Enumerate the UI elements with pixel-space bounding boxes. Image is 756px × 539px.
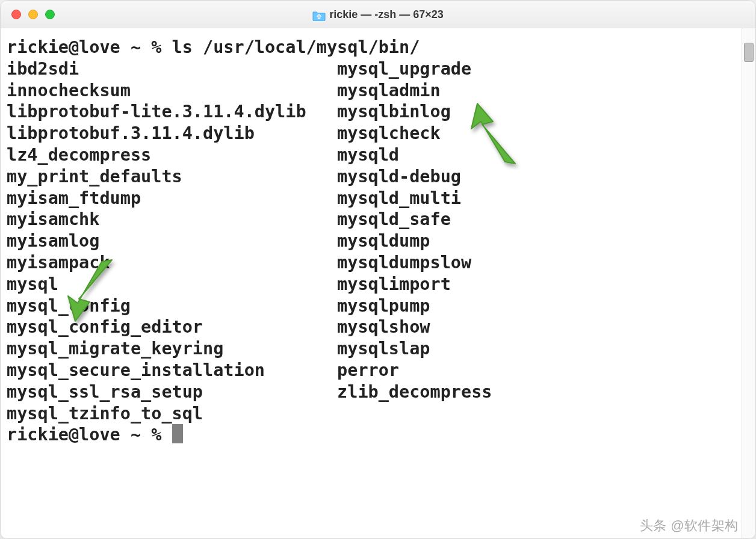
terminal-window: rickie — -zsh — 67×23 rickie@love ~ % ls… (0, 0, 756, 539)
terminal-cursor (172, 424, 183, 443)
minimize-button[interactable] (28, 10, 38, 19)
terminal-content[interactable]: rickie@love ~ % ls /usr/local/mysql/bin/… (1, 28, 742, 538)
close-button[interactable] (11, 10, 21, 19)
scrollbar-track[interactable] (742, 28, 755, 538)
home-folder-icon (312, 9, 324, 20)
scrollbar-thumb[interactable] (744, 43, 754, 62)
window-title: rickie — -zsh — 67×23 (312, 8, 444, 21)
titlebar[interactable]: rickie — -zsh — 67×23 (1, 1, 755, 29)
terminal-body: rickie@love ~ % ls /usr/local/mysql/bin/… (1, 28, 755, 538)
maximize-button[interactable] (45, 10, 55, 19)
window-title-text: rickie — -zsh — 67×23 (329, 8, 444, 21)
traffic-lights (11, 10, 55, 19)
